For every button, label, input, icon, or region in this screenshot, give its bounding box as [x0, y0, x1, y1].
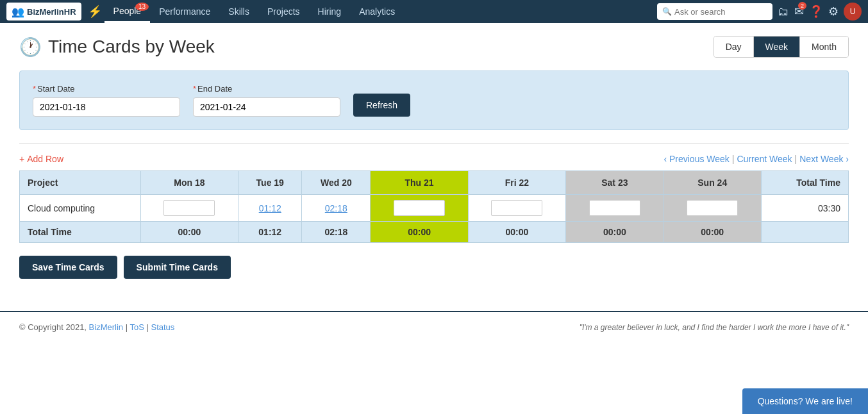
footer-left: © Copyright 2021, BizMerlin | ToS | Stat… — [19, 322, 174, 332]
page-title: 🕐 Time Cards by Week — [19, 37, 215, 58]
nav-right: 🔍 🗂 ✉ 2 ❓ ⚙ U — [657, 3, 862, 21]
navbar: 👥 BizMerlinHR ⚡ People 13 Performance Sk… — [0, 0, 868, 23]
col-sun: Sun 24 — [664, 171, 761, 195]
add-row-button[interactable]: + Add Row — [19, 154, 63, 164]
col-project: Project — [20, 171, 141, 195]
logo-icon: 👥 — [12, 6, 24, 18]
sun-total: 00:00 — [664, 222, 761, 243]
view-week-button[interactable]: Week — [754, 37, 801, 57]
col-wed: Wed 20 — [302, 171, 371, 195]
fri-total: 00:00 — [468, 222, 565, 243]
mon-input[interactable] — [163, 200, 215, 216]
col-thu: Thu 21 — [371, 171, 468, 195]
people-badge: 13 — [135, 3, 149, 11]
prev-week-link[interactable]: ‹ Previous Week — [664, 154, 729, 164]
mon-cell — [140, 195, 238, 222]
refresh-button[interactable]: Refresh — [353, 94, 410, 117]
sat-total: 00:00 — [566, 222, 664, 243]
brand-logo[interactable]: 👥 BizMerlinHR — [6, 3, 81, 21]
footer-quote: "I'm a greater believer in luck, and I f… — [580, 323, 849, 332]
nav-skills[interactable]: Skills — [219, 0, 258, 23]
wed-cell[interactable]: 02:18 — [302, 195, 371, 222]
fri-cell — [468, 195, 565, 222]
nav-analytics[interactable]: Analytics — [350, 0, 404, 23]
bolt-icon[interactable]: ⚡ — [88, 4, 102, 19]
start-date-input[interactable] — [33, 97, 180, 117]
mail-icon[interactable]: ✉ 2 — [794, 4, 804, 19]
nav-hiring[interactable]: Hiring — [309, 0, 351, 23]
action-buttons: Save Time Cards Submit Time Cards — [19, 256, 849, 279]
table-header-row: Project Mon 18 Tue 19 Wed 20 Thu 21 Fri … — [20, 171, 849, 195]
col-total: Total Time — [761, 171, 848, 195]
col-mon: Mon 18 — [140, 171, 238, 195]
clock-icon: 🕐 — [19, 37, 42, 58]
settings-icon[interactable]: ⚙ — [828, 4, 839, 19]
separator — [19, 143, 849, 144]
avatar[interactable]: U — [844, 3, 862, 21]
project-name: Cloud computing — [20, 195, 141, 222]
save-time-cards-button[interactable]: Save Time Cards — [19, 256, 117, 279]
main-content: 🕐 Time Cards by Week Day Week Month *Sta… — [0, 23, 868, 311]
table-row: Cloud computing 01:12 02:18 03: — [20, 195, 849, 222]
sat-cell — [566, 195, 664, 222]
thu-input[interactable] — [394, 200, 445, 216]
nav-projects[interactable]: Projects — [258, 0, 309, 23]
nav-performance[interactable]: Performance — [150, 0, 219, 23]
search-box[interactable]: 🔍 — [657, 3, 772, 20]
end-date-group: *End Date — [193, 84, 340, 117]
filter-section: *Start Date *End Date Refresh — [19, 70, 849, 130]
view-buttons: Day Week Month — [714, 36, 849, 58]
nav-people[interactable]: People 13 — [104, 0, 151, 23]
brand-name: BizMerlinHR — [27, 7, 76, 17]
tue-total: 01:12 — [238, 222, 302, 243]
mail-badge: 2 — [798, 2, 806, 10]
submit-time-cards-button[interactable]: Submit Time Cards — [124, 256, 231, 279]
page-header: 🕐 Time Cards by Week Day Week Month — [19, 36, 849, 58]
wed-total: 02:18 — [302, 222, 371, 243]
col-tue: Tue 19 — [238, 171, 302, 195]
start-date-label: *Start Date — [33, 84, 180, 94]
nav-links: People 13 Performance Skills Projects Hi… — [104, 0, 657, 23]
mon-total: 00:00 — [140, 222, 238, 243]
total-label: Total Time — [20, 222, 141, 243]
total-row: Total Time 00:00 01:12 02:18 00:00 00:00… — [20, 222, 849, 243]
start-date-group: *Start Date — [33, 84, 180, 117]
fri-input[interactable] — [491, 200, 542, 216]
col-sat: Sat 23 — [566, 171, 664, 195]
help-icon[interactable]: ❓ — [809, 4, 823, 19]
total-cell: 03:30 — [761, 195, 848, 222]
table-controls: + Add Row ‹ Previous Week | Current Week… — [19, 154, 849, 164]
current-week-link[interactable]: Current Week — [737, 154, 792, 164]
tue-cell[interactable]: 01:12 — [238, 195, 302, 222]
next-week-link[interactable]: Next Week › — [799, 154, 849, 164]
sun-cell — [664, 195, 761, 222]
bizmerlin-link[interactable]: BizMerlin — [89, 322, 123, 332]
view-day-button[interactable]: Day — [714, 37, 754, 57]
tos-link[interactable]: ToS — [129, 322, 144, 332]
layers-icon[interactable]: 🗂 — [778, 5, 789, 19]
view-month-button[interactable]: Month — [800, 37, 848, 57]
thu-cell — [371, 195, 468, 222]
footer: © Copyright 2021, BizMerlin | ToS | Stat… — [0, 311, 868, 342]
status-link[interactable]: Status — [151, 322, 175, 332]
search-icon: 🔍 — [662, 7, 672, 16]
thu-total: 00:00 — [371, 222, 468, 243]
week-navigation: ‹ Previous Week | Current Week | Next We… — [664, 154, 849, 164]
end-date-label: *End Date — [193, 84, 340, 94]
end-date-input[interactable] — [193, 97, 340, 117]
time-cards-table: Project Mon 18 Tue 19 Wed 20 Thu 21 Fri … — [19, 170, 849, 243]
col-fri: Fri 22 — [468, 171, 565, 195]
search-input[interactable] — [674, 7, 767, 17]
sat-input[interactable] — [589, 200, 640, 216]
sun-input[interactable] — [687, 200, 738, 216]
